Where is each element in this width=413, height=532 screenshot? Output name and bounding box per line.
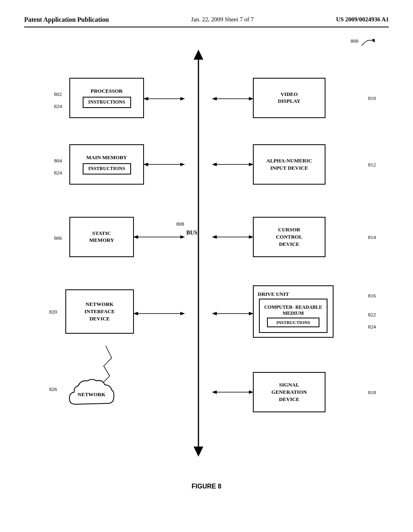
video-display-box: VIDEO DISPLAY (253, 78, 325, 118)
page-header: Patent Application Publication Jan. 22, … (24, 16, 389, 27)
instructions-box-2: INSTRUCTIONS (83, 163, 131, 175)
main-memory-label: MAIN MEMORY (86, 154, 127, 161)
label-bus: BUS (186, 230, 197, 236)
cursor-control-box: CURSOR CONTROL DEVICE (253, 217, 325, 257)
label-818: 818 (368, 389, 376, 396)
label-824-proc: 824 (54, 103, 62, 110)
alpha-numeric-label: ALPHA-NUMERIC INPUT DEVICE (266, 157, 312, 172)
network-interface-box: NETWORK INTERFACE DEVICE (65, 289, 134, 334)
processor-label: PROCESSOR (91, 88, 123, 95)
instructions-inner-box: INSTRUCTIONS (267, 318, 319, 327)
network-interface-label: NETWORK INTERFACE DEVICE (84, 301, 115, 323)
cursor-control-label: CURSOR CONTROL DEVICE (276, 226, 302, 248)
label-808: 808 (176, 221, 184, 227)
computer-readable-box: COMPUTER- READABLE MEDIUM INSTRUCTIONS (259, 299, 327, 333)
static-memory-label: STATIC MEMORY (89, 230, 114, 244)
drive-unit-label: DRIVE UNIT (256, 290, 291, 299)
publication-label: Patent Application Publication (24, 16, 109, 23)
label-822: 822 (368, 312, 376, 318)
processor-box: PROCESSOR INSTRUCTIONS (69, 78, 144, 118)
date-sheet-label: Jan. 22, 2009 Sheet 7 of 7 (191, 16, 254, 23)
label-816: 816 (368, 293, 376, 299)
label-806: 806 (54, 235, 62, 241)
computer-readable-label: COMPUTER- READABLE MEDIUM (260, 304, 327, 317)
figure-caption: FIGURE 8 (24, 483, 389, 490)
static-memory-box: STATIC MEMORY (69, 217, 134, 257)
label-804: 804 (54, 158, 62, 164)
main-memory-box: MAIN MEMORY INSTRUCTIONS (69, 144, 144, 185)
label-824-mem: 824 (54, 170, 62, 176)
label-802: 802 (54, 91, 62, 98)
network-cloud: NETWORK (65, 376, 118, 414)
figure-8-diagram: 800 BUS 808 PROCESSOR INSTRUCTIONS 802 8… (25, 31, 388, 475)
instructions-box-1: INSTRUCTIONS (83, 97, 131, 108)
label-820: 820 (49, 309, 57, 315)
label-810: 810 (368, 95, 376, 102)
svg-marker-8 (194, 447, 203, 457)
svg-text:NETWORK: NETWORK (77, 391, 106, 397)
drive-unit-box: DRIVE UNIT COMPUTER- READABLE MEDIUM INS… (253, 285, 334, 338)
label-812: 812 (368, 162, 376, 168)
alpha-numeric-box: ALPHA-NUMERIC INPUT DEVICE (253, 144, 325, 185)
label-824-drive: 824 (368, 324, 376, 330)
patent-number-label: US 2009/0024936 A1 (336, 16, 389, 23)
video-display-label: VIDEO DISPLAY (278, 91, 300, 105)
label-826: 826 (49, 386, 57, 393)
svg-marker-7 (194, 50, 203, 60)
signal-generation-label: SIGNAL GENERATION DEVICE (271, 381, 307, 403)
label-814: 814 (368, 234, 376, 241)
signal-generation-box: SIGNAL GENERATION DEVICE (253, 372, 325, 412)
label-800: 800 (350, 35, 376, 48)
